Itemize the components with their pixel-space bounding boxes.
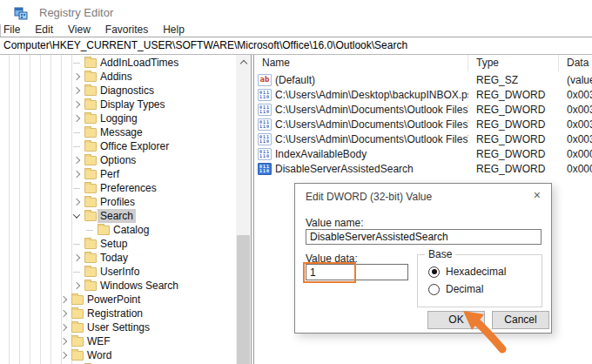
address-bar[interactable]: Computer\HKEY_CURRENT_USER\SOFTWARE\Micr… <box>0 37 592 55</box>
tree-item-today[interactable]: Today <box>0 251 236 265</box>
folder-icon <box>84 128 97 138</box>
window-title: Registry Editor <box>39 6 113 19</box>
radio-unselected-icon[interactable] <box>428 284 440 295</box>
chevron-right-icon[interactable] <box>73 84 84 98</box>
menu-edit[interactable]: Edit <box>35 24 53 37</box>
tree-item-diagnostics[interactable]: Diagnostics <box>0 84 236 98</box>
tree-item-registration[interactable]: Registration <box>0 307 236 320</box>
radio-decimal[interactable]: Decimal <box>428 283 483 295</box>
tree-item-addinloadtimes[interactable]: AddInLoadTimes <box>0 56 236 70</box>
menu-file[interactable]: File <box>3 24 20 37</box>
reg-dword-icon <box>258 118 272 131</box>
folder-icon <box>84 239 97 249</box>
tree-item-powerpoint[interactable]: PowerPoint <box>0 293 236 307</box>
tree-item-search[interactable]: Search <box>0 209 236 223</box>
chevron-right-icon[interactable] <box>73 251 84 265</box>
tree-scrollbar[interactable] <box>236 55 251 364</box>
folder-icon <box>84 142 97 152</box>
chevron-right-icon[interactable] <box>60 293 71 307</box>
list-row-outlook-files-o[interactable]: C:\Users\Admin\Documents\Outlook Files\O… <box>254 131 592 146</box>
column-header-data[interactable]: Data <box>559 55 592 71</box>
tree-item-wef[interactable]: WEF <box>0 334 236 348</box>
chevron-up-icon <box>239 60 246 67</box>
list-row-indexavailablebody[interactable]: IndexAvailableBodyREG_DWORD0x0000 <box>254 146 592 161</box>
tree-item-word[interactable]: Word <box>0 348 236 362</box>
tree-item-catalog[interactable]: Catalog <box>0 223 236 237</box>
tree-item-preferences[interactable]: Preferences <box>0 181 236 195</box>
folder-icon <box>98 226 110 235</box>
column-header-name[interactable]: Name <box>254 55 468 71</box>
value-name-field[interactable] <box>306 229 542 245</box>
tree-items: AddInLoadTimes Addins Diagnostics Displa… <box>0 56 236 364</box>
registry-editor-icon <box>14 6 28 20</box>
close-icon[interactable]: × <box>534 188 541 202</box>
reg-dword-icon <box>258 104 272 116</box>
tree-item-logging[interactable]: Logging <box>0 111 236 125</box>
scrollbar-thumb[interactable] <box>237 235 250 364</box>
menu-view[interactable]: View <box>68 24 91 37</box>
chevron-right-icon[interactable] <box>60 320 71 334</box>
tree-item-user-settings[interactable]: User Settings <box>0 320 236 334</box>
chevron-right-icon[interactable] <box>60 348 71 362</box>
tree-item-options[interactable]: Options <box>0 153 236 167</box>
list-row-outlook-files-in[interactable]: C:\Users\Admin\Documents\Outlook Files\i… <box>254 117 592 131</box>
folder-icon <box>84 184 97 193</box>
radio-selected-icon[interactable] <box>428 266 440 278</box>
folder-icon <box>71 351 84 361</box>
chevron-right-icon[interactable] <box>60 307 71 320</box>
tree-item-profiles[interactable]: Profiles <box>0 195 236 209</box>
folder-icon <box>84 156 97 165</box>
list-row-default[interactable]: (Default)REG_SZ(value <box>254 72 592 87</box>
tree-item-message[interactable]: Message <box>0 125 236 139</box>
folder-icon <box>71 323 84 333</box>
registry-tree-pane[interactable]: AddInLoadTimes Addins Diagnostics Displa… <box>0 55 236 364</box>
cancel-button[interactable]: Cancel <box>492 311 549 329</box>
base-label: Base <box>425 248 455 260</box>
tree-connector <box>73 265 84 279</box>
menu-help[interactable]: Help <box>163 24 185 37</box>
folder-icon <box>71 309 84 319</box>
ok-button[interactable]: OK <box>427 311 485 329</box>
chevron-right-icon[interactable] <box>73 195 84 209</box>
tree-item-userinfo[interactable]: UserInfo <box>0 265 236 279</box>
folder-icon <box>84 114 97 124</box>
chevron-right-icon[interactable] <box>73 70 84 84</box>
tree-item-windows-search[interactable]: Windows Search <box>0 279 236 293</box>
value-data-input[interactable] <box>306 264 408 280</box>
tree-connector <box>86 223 98 237</box>
chevron-right-icon[interactable] <box>73 279 84 293</box>
menu-bar: File Edit View Favorites Help <box>0 24 592 37</box>
chevron-right-icon[interactable] <box>73 153 84 167</box>
reg-dword-icon <box>258 148 272 160</box>
column-header-type[interactable]: Type <box>468 55 559 71</box>
tree-connector <box>73 56 84 70</box>
list-row-disableserverassistedsearch[interactable]: DisableServerAssistedSearchREG_DWORD0x00… <box>254 161 592 176</box>
tree-item-office-explorer[interactable]: Office Explorer <box>0 139 236 153</box>
base-groupbox: Base Hexadecimal Decimal <box>417 254 542 307</box>
chevron-right-icon[interactable] <box>73 111 84 125</box>
dialog-title: Edit DWORD (32-bit) Value <box>306 191 432 203</box>
reg-dword-icon <box>258 133 272 145</box>
menu-favorites[interactable]: Favorites <box>105 24 148 37</box>
list-rows: (Default)REG_SZ(value C:\Users\Admin\Des… <box>254 72 592 176</box>
scroll-up-button[interactable] <box>236 55 251 70</box>
chevron-right-icon[interactable] <box>73 98 84 111</box>
tree-connector <box>73 237 84 251</box>
value-data-label: Value data: <box>306 253 358 265</box>
reg-dword-icon <box>258 89 272 101</box>
tree-item-display-types[interactable]: Display Types <box>0 98 236 111</box>
reg-dword-icon-selected <box>258 163 272 175</box>
list-row-outlook-files-d[interactable]: C:\Users\Admin\Documents\Outlook Files\d… <box>254 102 592 117</box>
tree-item-perf[interactable]: Perf <box>0 167 236 181</box>
tree-item-setup[interactable]: Setup <box>0 237 236 251</box>
tree-connector <box>73 139 84 153</box>
chevron-down-icon[interactable] <box>73 209 84 223</box>
list-header: Name Type Data <box>254 55 592 71</box>
chevron-right-icon[interactable] <box>60 334 71 348</box>
chevron-right-icon[interactable] <box>73 167 84 181</box>
tree-item-addins[interactable]: Addins <box>0 70 236 84</box>
folder-icon <box>84 72 97 82</box>
list-row-backupinbox[interactable]: C:\Users\Admin\Desktop\backupINBOX.pstRE… <box>254 87 592 102</box>
edit-dword-dialog: Edit DWORD (32-bit) Value × Value name: … <box>294 183 552 334</box>
radio-hexadecimal[interactable]: Hexadecimal <box>428 266 506 278</box>
